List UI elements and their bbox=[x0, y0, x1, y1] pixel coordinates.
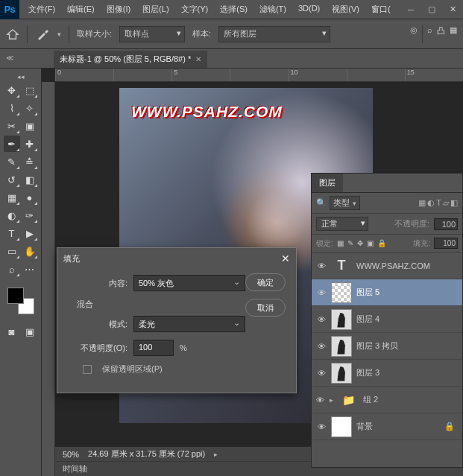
filter-adjust-icon[interactable]: ◐ bbox=[427, 198, 435, 208]
filter-type-icon[interactable]: T bbox=[436, 198, 441, 208]
edit-toolbar[interactable]: ⋯ bbox=[22, 261, 38, 277]
zoom-tool[interactable]: ⌕ bbox=[4, 261, 20, 277]
visibility-icon[interactable]: 👁 bbox=[316, 315, 327, 324]
marquee-tool[interactable]: ⬚ bbox=[22, 82, 38, 98]
lock-brush-icon[interactable]: ✎ bbox=[347, 239, 353, 247]
visibility-icon[interactable]: 👁 bbox=[315, 396, 325, 404]
stamp-tool[interactable]: ≛ bbox=[22, 153, 38, 170]
visibility-icon[interactable]: 👁 bbox=[316, 261, 327, 270]
layers-tab[interactable]: 图层 bbox=[312, 174, 343, 192]
menu-3d[interactable]: 3D(D) bbox=[294, 1, 324, 18]
blur-tool[interactable]: ● bbox=[22, 189, 38, 206]
layer-name[interactable]: 图层 3 拷贝 bbox=[356, 340, 458, 352]
filter-smart-icon[interactable]: ◧ bbox=[450, 198, 458, 208]
lock-position-icon[interactable]: ✥ bbox=[357, 239, 363, 247]
frame-tool[interactable]: ▣ bbox=[22, 118, 38, 134]
preserve-transparency-checkbox[interactable] bbox=[83, 365, 92, 374]
lock-all-icon[interactable]: 🔒 bbox=[377, 239, 386, 247]
path-select-tool[interactable]: ▶ bbox=[22, 225, 38, 241]
patch-tool[interactable]: ✚ bbox=[22, 136, 38, 152]
sample-size-select[interactable]: 取样点 bbox=[119, 26, 185, 42]
visibility-icon[interactable]: 👁 bbox=[316, 369, 327, 378]
layer-row[interactable]: 👁 图层 3 bbox=[312, 360, 462, 387]
menu-file[interactable]: 文件(F) bbox=[24, 1, 60, 18]
sample-select[interactable]: 所有图层 bbox=[218, 26, 330, 42]
tool-preset-arrow[interactable]: ▾ bbox=[57, 31, 61, 38]
menu-select[interactable]: 选择(S) bbox=[215, 1, 252, 18]
panel-collapse-icon[interactable]: ≪ bbox=[6, 54, 13, 62]
layer-row[interactable]: 👁 背景 🔒 bbox=[312, 413, 462, 440]
filter-kind-select[interactable]: 类型▾ bbox=[330, 196, 360, 210]
hand-tool[interactable]: ✋ bbox=[22, 243, 38, 259]
visibility-icon[interactable]: 👁 bbox=[316, 342, 327, 351]
gradient-tool[interactable]: ▦ bbox=[4, 189, 20, 206]
foreground-swatch[interactable] bbox=[7, 288, 24, 304]
pen-tool[interactable]: ✑ bbox=[22, 207, 38, 223]
menu-image[interactable]: 图像(I) bbox=[102, 1, 135, 18]
layer-opacity-input[interactable]: 100 bbox=[434, 218, 458, 230]
layer-name[interactable]: 图层 3 bbox=[356, 367, 458, 378]
visibility-icon[interactable]: 👁 bbox=[316, 422, 327, 431]
screenmode-icon[interactable]: ▣ bbox=[22, 323, 38, 340]
content-select[interactable]: 50% 灰色 bbox=[133, 275, 245, 291]
menu-type[interactable]: 文字(Y) bbox=[177, 1, 213, 18]
quickmask-icon[interactable]: ◙ bbox=[4, 323, 20, 340]
layer-name[interactable]: WWW.PSAHZ.COM bbox=[356, 261, 458, 270]
cancel-button[interactable]: 取消 bbox=[245, 299, 286, 317]
timeline-label[interactable]: 时间轴 bbox=[63, 464, 87, 473]
window-minimize[interactable]: ─ bbox=[400, 0, 421, 19]
lasso-tool[interactable]: ⌇ bbox=[4, 100, 20, 116]
layer-row[interactable]: 👁 图层 4 bbox=[312, 306, 462, 333]
brush-tool[interactable]: ✎ bbox=[4, 153, 20, 170]
opt-icon-grid[interactable]: ▦ bbox=[450, 25, 457, 43]
move-tool[interactable]: ✥ bbox=[4, 82, 20, 98]
filter-shape-icon[interactable]: ▱ bbox=[443, 198, 449, 208]
status-arrow-icon[interactable]: ▸ bbox=[214, 451, 218, 458]
dialog-close-icon[interactable]: ✕ bbox=[281, 253, 290, 264]
magic-wand-tool[interactable]: ✧ bbox=[22, 100, 38, 116]
layer-row[interactable]: 👁 ▸ 📁 组 2 bbox=[312, 387, 462, 413]
window-close[interactable]: ✕ bbox=[442, 0, 463, 19]
layer-name[interactable]: 组 2 bbox=[363, 394, 458, 405]
opacity-input[interactable]: 100 bbox=[133, 340, 174, 356]
eyedropper-icon[interactable] bbox=[35, 27, 50, 42]
layer-row[interactable]: 👁 T WWW.PSAHZ.COM bbox=[312, 253, 462, 279]
shape-tool[interactable]: ▭ bbox=[4, 243, 20, 259]
window-maximize[interactable]: ▢ bbox=[421, 0, 442, 19]
ok-button[interactable]: 确定 bbox=[245, 273, 286, 291]
crop-tool[interactable]: ✂ bbox=[4, 118, 20, 134]
menu-filter[interactable]: 滤镜(T) bbox=[255, 1, 291, 18]
layer-fill-input[interactable]: 100 bbox=[434, 238, 458, 249]
opt-icon-share[interactable]: 凸 bbox=[437, 25, 445, 43]
opt-icon-search[interactable]: ⌕ bbox=[427, 25, 432, 43]
blend-mode-select[interactable]: 正常 bbox=[316, 217, 368, 231]
layer-name[interactable]: 图层 5 bbox=[356, 287, 458, 298]
close-tab-icon[interactable]: ✕ bbox=[195, 55, 201, 63]
layer-row[interactable]: 👁 图层 3 拷贝 bbox=[312, 333, 462, 360]
layer-name[interactable]: 背景 bbox=[356, 421, 440, 432]
filter-pixel-icon[interactable]: ▦ bbox=[418, 198, 426, 208]
lock-pixels-icon[interactable]: ▦ bbox=[337, 239, 344, 247]
type-tool[interactable]: T bbox=[4, 225, 20, 241]
opt-icon-target[interactable]: ◎ bbox=[410, 25, 418, 43]
color-swatches[interactable] bbox=[7, 288, 34, 314]
zoom-level[interactable]: 50% bbox=[63, 450, 79, 459]
menu-view[interactable]: 视图(V) bbox=[327, 1, 364, 18]
layer-name[interactable]: 图层 4 bbox=[356, 314, 458, 325]
group-expand-icon[interactable]: ▸ bbox=[330, 396, 333, 404]
dodge-tool[interactable]: ◐ bbox=[4, 207, 20, 223]
layer-row[interactable]: 👁 图层 5 bbox=[312, 279, 462, 306]
menu-edit[interactable]: 编辑(E) bbox=[63, 1, 99, 18]
menu-window[interactable]: 窗口( bbox=[367, 1, 395, 18]
home-icon[interactable] bbox=[6, 28, 19, 40]
mode-select[interactable]: 柔光 bbox=[133, 316, 245, 332]
history-brush-tool[interactable]: ↺ bbox=[4, 171, 20, 188]
eraser-tool[interactable]: ◧ bbox=[22, 171, 38, 188]
toolbox-collapse-icon[interactable]: ◂◂ bbox=[17, 73, 25, 80]
filter-search-icon[interactable]: 🔍 bbox=[316, 198, 327, 208]
eyedropper-tool[interactable]: ✒ bbox=[4, 136, 20, 152]
visibility-icon[interactable]: 👁 bbox=[316, 288, 327, 297]
document-tab[interactable]: 未标题-1 @ 50% (图层 5, RGB/8#) * ✕ bbox=[54, 51, 207, 68]
lock-artboard-icon[interactable]: ▣ bbox=[367, 239, 374, 247]
menu-layer[interactable]: 图层(L) bbox=[138, 1, 173, 18]
